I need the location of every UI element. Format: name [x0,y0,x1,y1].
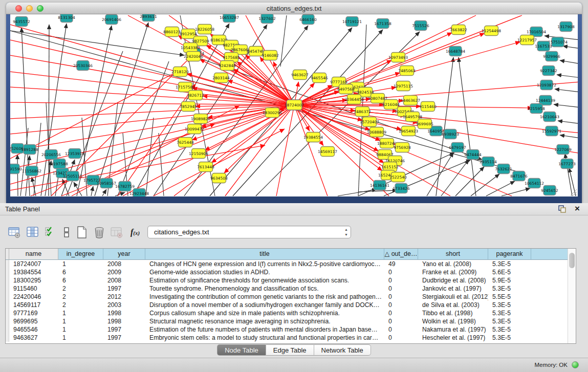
table-row[interactable]: 946554611997Estimation of the future num… [6,325,568,334]
cell: 0 [384,325,418,334]
cell: 2 [58,301,103,309]
graph-node-label: 6216044 [382,102,400,107]
graph-node-label: 16648784 [446,49,465,54]
table-panel-titlebar[interactable]: Table Panel × [0,203,588,215]
column-header-filler [531,249,568,260]
graph-node-label: 11156862 [22,169,41,173]
graph-node-label: 6479197 [449,145,466,150]
row-height-icon[interactable] [59,225,74,240]
network-window: citations_edges.txt 94355728131304206914… [6,3,582,203]
graph-node-label: 19654923 [399,129,418,134]
memory-ok-indicator[interactable] [572,361,579,368]
graph-node-label: 9634508 [210,176,228,181]
graph-node-label: 20530346 [73,63,93,68]
table-settings-icon[interactable] [7,225,21,240]
cell: 0 [384,301,418,309]
cell: 1 [58,317,103,325]
cell: 1 [58,260,103,268]
graph-node-label: 9197588 [51,162,68,166]
table-row[interactable]: 969969511998Structural magnetic resonanc… [6,317,568,325]
scrollbar-thumb[interactable] [569,253,575,268]
close-panel-icon[interactable]: × [575,204,580,214]
table-row[interactable]: 1456911722003Disruption of a novel membe… [6,301,568,309]
cell: 2008 [103,260,145,268]
graph-node-label: 12093872 [537,83,556,87]
create-table-icon[interactable] [75,225,89,240]
table-row[interactable]: 1938455462009Genome-wide association stu… [6,268,568,276]
table-row[interactable]: 911546021997Tourette syndrome. Phenomeno… [6,285,568,293]
graph-node-label: 9242848 [219,63,236,68]
graph-node-label: 2935114 [480,160,497,164]
graph-node-label: 12505115 [63,174,82,179]
function-builder-icon[interactable]: f(x) [128,225,142,240]
row-gutter [6,293,9,301]
table-row[interactable]: 1872400712008Changes of HCN gene express… [6,260,568,268]
graph-node-label: 9474444 [464,152,482,157]
table-row[interactable]: 2242004622012Investigating the contribut… [6,293,568,301]
column-header-year[interactable]: year [103,249,145,260]
delete-table-icon[interactable] [92,225,106,240]
cell: 2008 [103,276,145,285]
float-panel-icon[interactable] [558,205,567,213]
column-header-title[interactable]: title [145,249,384,260]
cell: Franke et al. (2009) [418,268,488,276]
cell: Nakamura et al. (1997) [418,325,488,334]
cell: 5.3E-5 [488,317,531,325]
cell: Dudbridge et al. (2008) [418,276,488,285]
cell: 18724007 [9,260,58,268]
network-canvas[interactable]: 9435572813130420691406289361110653287132… [10,14,578,196]
table-row[interactable]: 1830029562008Estimation of significance … [6,276,568,285]
table-row[interactable]: 977716911998Corpus callosum shape and si… [6,309,568,317]
graph-node-label: 17016504 [527,30,546,34]
column-header-name[interactable]: name [9,249,58,260]
graph-node-label: 9435572 [13,19,30,24]
node-table: namein_degreeyeartitle△ out_de…shortpage… [5,248,576,344]
column-header-out_de[interactable]: △ out_de… [384,249,418,260]
row-gutter [6,317,9,325]
graph-node-label: 9245652 [541,188,558,193]
cell: 5.9E-5 [488,276,531,285]
cell: Jankovic et al. (1997) [418,285,488,293]
row-gutter [6,285,9,293]
cell: 5.3E-5 [488,301,531,309]
row-gutter [6,276,9,285]
table-selector-value: citations_edges.txt [154,228,209,236]
column-header-pagerank[interactable]: pagerank [488,249,531,260]
cell: 5.3E-5 [488,260,531,268]
citation-network-graph[interactable]: 9435572813130420691406289361110653287132… [10,14,578,196]
cell: 1997 [103,285,145,293]
column-header-short[interactable]: short [418,249,488,260]
tab-edge-table[interactable]: Edge Table [266,344,314,356]
graph-node-label: 20364456 [344,97,364,102]
graph-node-label: 10543382 [181,46,200,50]
graph-node-label: 10719121 [342,19,362,24]
graph-node-label: 2893611 [140,14,157,19]
cell: 49 [384,260,418,268]
graph-node-label: 2718120 [171,70,189,74]
tab-network-table[interactable]: Network Table [314,344,371,356]
cell: 5.3E-5 [488,325,531,334]
graph-node-label: 7852945 [180,104,197,109]
row-gutter [6,334,9,342]
resize-grip-icon[interactable] [570,189,577,196]
tab-node-table[interactable]: Node Table [217,344,266,356]
graph-node-label: 1615152 [381,165,399,169]
select-columns-icon[interactable] [43,225,57,240]
cell: 9115460 [9,285,58,293]
column-visibility-icon[interactable] [26,225,40,240]
cell: Hescheler et al. (1997) [418,334,488,342]
network-window-titlebar[interactable]: citations_edges.txt [6,3,582,14]
cell: 2 [58,293,103,301]
table-selector[interactable]: citations_edges.txt ▲▼ [147,226,351,238]
table-row[interactable]: 946362711997Embryonic stem cells: a mode… [6,334,568,342]
column-header-in_degree[interactable]: in_degree [58,249,103,260]
cell: 0 [384,309,418,317]
graph-node-label: 6466160 [299,17,317,22]
row-gutter [6,260,9,268]
graph-node-label: 9391590 [10,167,22,171]
cell: 2012 [103,293,145,301]
table-scrollbar[interactable] [568,249,576,343]
cell: 1 [58,325,103,334]
graph-node-label: 1317908 [557,25,575,29]
cell: 9463627 [9,334,58,342]
